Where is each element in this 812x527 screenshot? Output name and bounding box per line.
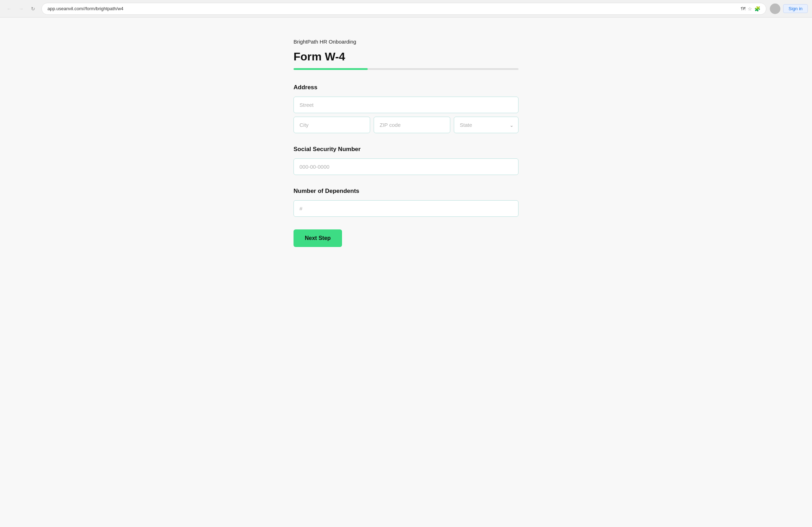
address-bar-text: app.useanvil.com//form/brightpath/w4 xyxy=(47,6,738,11)
progress-bar-container xyxy=(294,68,518,70)
dependents-section: Number of Dependents xyxy=(294,188,518,217)
address-row: State Alabama Alaska Arizona Arkansas Ca… xyxy=(294,117,518,133)
form-title: Form W-4 xyxy=(294,50,518,63)
nav-buttons: ← → ↻ xyxy=(4,4,38,14)
back-icon: ← xyxy=(7,6,12,12)
dependents-input[interactable] xyxy=(294,200,518,217)
ssn-input[interactable] xyxy=(294,158,518,175)
address-section: Address State Alabama Alaska Arizona Ark… xyxy=(294,84,518,133)
address-bar-icons: 🗺 ☆ 🧩 xyxy=(741,6,760,12)
sign-in-button[interactable]: Sign in xyxy=(783,4,808,13)
browser-chrome: ← → ↻ app.useanvil.com//form/brightpath/… xyxy=(0,0,812,18)
form-container: BrightPath HR Onboarding Form W-4 Addres… xyxy=(294,39,518,506)
zip-input[interactable] xyxy=(374,117,450,133)
progress-bar-fill xyxy=(294,68,368,70)
city-input[interactable] xyxy=(294,117,370,133)
refresh-button[interactable]: ↻ xyxy=(28,4,38,14)
address-section-title: Address xyxy=(294,84,518,91)
location-icon[interactable]: 🗺 xyxy=(741,6,746,12)
refresh-icon: ↻ xyxy=(31,6,35,12)
ssn-section-title: Social Security Number xyxy=(294,146,518,153)
state-select[interactable]: State Alabama Alaska Arizona Arkansas Ca… xyxy=(454,117,518,133)
street-input[interactable] xyxy=(294,97,518,113)
ssn-section: Social Security Number xyxy=(294,146,518,175)
dependents-section-title: Number of Dependents xyxy=(294,188,518,195)
org-name: BrightPath HR Onboarding xyxy=(294,39,518,45)
next-step-button[interactable]: Next Step xyxy=(294,229,342,247)
forward-button[interactable]: → xyxy=(16,4,26,14)
browser-actions: Sign in xyxy=(770,4,808,14)
back-button[interactable]: ← xyxy=(4,4,14,14)
page-content: BrightPath HR Onboarding Form W-4 Addres… xyxy=(0,18,812,527)
state-select-wrapper: State Alabama Alaska Arizona Arkansas Ca… xyxy=(454,117,518,133)
extensions-icon[interactable]: 🧩 xyxy=(754,6,760,12)
profile-avatar[interactable] xyxy=(770,4,780,14)
progress-bar-track xyxy=(294,68,518,70)
address-bar[interactable]: app.useanvil.com//form/brightpath/w4 🗺 ☆… xyxy=(41,3,766,15)
forward-icon: → xyxy=(19,6,24,12)
bookmark-icon[interactable]: ☆ xyxy=(748,6,752,12)
